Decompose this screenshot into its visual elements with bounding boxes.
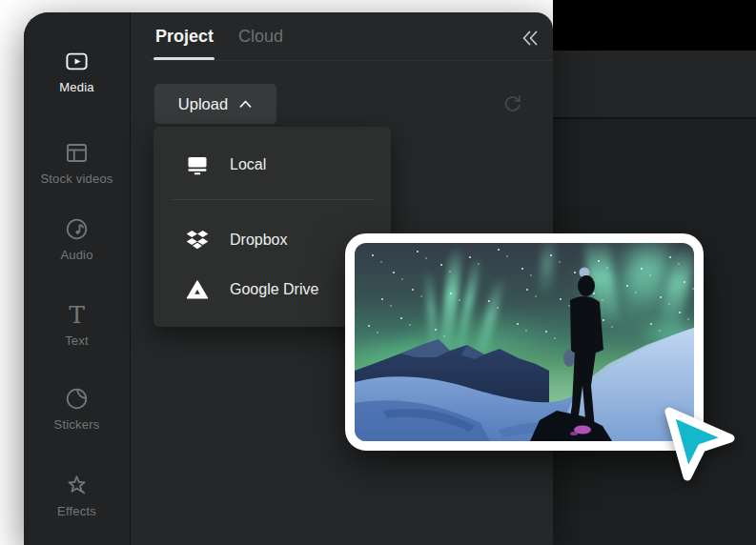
double-chevron-left-icon: [520, 28, 541, 49]
sidebar-item-stock-videos[interactable]: Stock videos: [24, 140, 130, 186]
google-drive-icon: [186, 278, 209, 301]
terrain-illustration: [355, 243, 694, 441]
refresh-icon: [501, 92, 523, 114]
teal-pointer-arrow-icon: [660, 398, 740, 482]
menu-item-label: Dropbox: [230, 232, 287, 249]
menu-item-label: Local: [230, 156, 266, 173]
stars: [355, 243, 357, 245]
sidebar-item-effects[interactable]: Effects: [24, 473, 130, 518]
tab-project[interactable]: Project: [155, 27, 214, 47]
background-divider: [553, 117, 756, 119]
sidebar-item-label: Stock videos: [40, 172, 112, 186]
media-video-icon: [64, 49, 90, 74]
sidebar-item-label: Effects: [57, 504, 96, 518]
media-preview-card[interactable]: [345, 233, 704, 451]
sidebar-item-label: Media: [59, 80, 93, 94]
upload-button[interactable]: Upload: [154, 84, 276, 124]
background-top-strip: [553, 0, 756, 50]
sidebar: Media Stock videos Audio: [24, 12, 131, 545]
screenshot-stage: Media Stock videos Audio: [0, 0, 756, 545]
menu-item-label: Google Drive: [230, 281, 318, 298]
chevron-up-icon: [238, 99, 253, 109]
audio-note-icon: [64, 216, 90, 242]
collapse-panel-button[interactable]: [520, 28, 541, 49]
background-toolbar-band: [553, 50, 756, 117]
tab-cloud[interactable]: Cloud: [238, 27, 283, 47]
sidebar-item-label: Stickers: [54, 417, 100, 432]
sidebar-item-audio[interactable]: Audio: [24, 216, 130, 262]
menu-divider: [171, 199, 374, 200]
stock-videos-icon: [64, 140, 90, 166]
dropbox-icon: [186, 229, 209, 252]
aurora-photo: [355, 243, 694, 441]
monitor-icon: [186, 153, 209, 176]
sidebar-item-stickers[interactable]: Stickers: [24, 386, 130, 432]
panel-tabs: Project Cloud: [155, 27, 283, 47]
sidebar-item-label: Audio: [60, 248, 92, 262]
tabs-divider: [150, 60, 553, 61]
sidebar-item-text[interactable]: T Text: [24, 302, 130, 348]
sidebar-item-media[interactable]: Media: [24, 49, 130, 94]
magic-star-icon: [64, 473, 90, 498]
sidebar-item-label: Text: [65, 333, 89, 348]
menu-item-local[interactable]: Local: [153, 140, 391, 190]
upload-button-label: Upload: [178, 95, 228, 113]
text-serif-t-icon: T: [69, 302, 85, 328]
refresh-button[interactable]: [501, 92, 523, 114]
sticker-peel-icon: [64, 386, 90, 412]
